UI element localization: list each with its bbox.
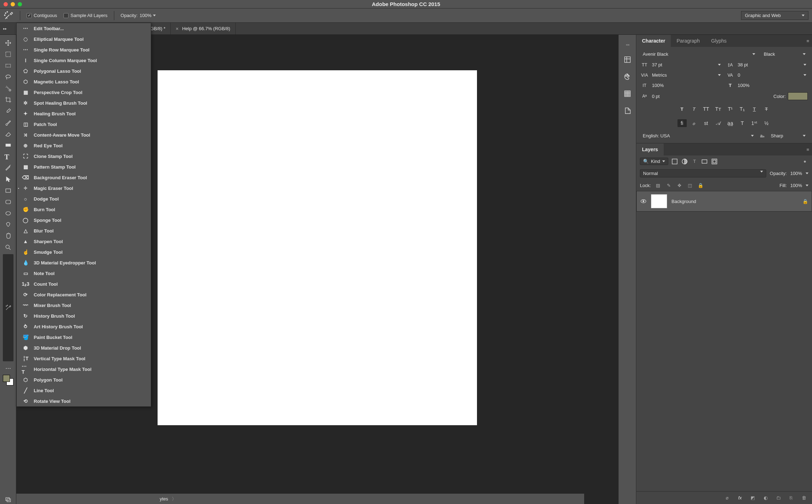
flyout-item-horizontal-type-mask-tool[interactable]: ⋯THorizontal Type Mask Tool	[17, 364, 151, 374]
strikethrough-button[interactable]: T	[762, 105, 771, 113]
eyedropper-tool[interactable]	[3, 106, 13, 116]
stylistic-alt-button[interactable]: a͢a	[726, 119, 735, 127]
layer-thumbnail[interactable]	[651, 194, 667, 208]
color-panel-icon[interactable]	[623, 72, 632, 81]
pen-tool[interactable]	[3, 163, 13, 172]
properties-panel-icon[interactable]	[623, 106, 632, 115]
workspace-switcher[interactable]: Graphic and Web	[741, 11, 808, 20]
flyout-item-blur-tool[interactable]: △Blur Tool	[17, 225, 151, 236]
layer-visibility-icon[interactable]	[640, 198, 647, 204]
leading-input[interactable]: 38 pt	[736, 61, 808, 68]
flyout-item-patch-tool[interactable]: ◫Patch Tool	[17, 119, 151, 130]
rectangular-marquee-tool[interactable]	[3, 50, 13, 59]
vscale-input[interactable]: 100%	[651, 82, 722, 89]
lock-artboard-icon[interactable]: ◫	[686, 182, 693, 189]
italic-button[interactable]: T	[690, 105, 699, 113]
sample-all-layers-checkbox[interactable]: Sample All Layers	[64, 13, 108, 18]
status-flyout-icon[interactable]: 〉	[172, 496, 176, 502]
tab-paragraph[interactable]: Paragraph	[671, 35, 705, 47]
document-canvas[interactable]	[158, 70, 477, 425]
smallcaps-button[interactable]: Tᴛ	[714, 105, 723, 113]
minimize-window-button[interactable]	[11, 2, 15, 6]
flyout-item-spot-healing-brush-tool[interactable]: ✲Spot Healing Brush Tool	[17, 98, 151, 108]
type-tool[interactable]: T	[3, 152, 13, 161]
flyout-item-smudge-tool[interactable]: ☝Smudge Tool	[17, 247, 151, 257]
text-color-swatch[interactable]	[788, 92, 808, 100]
bold-button[interactable]: T	[677, 105, 687, 113]
superscript-button[interactable]: T¹	[726, 105, 735, 113]
color-picker[interactable]	[3, 375, 13, 385]
font-family-dropdown[interactable]: Avenir Black	[641, 50, 757, 58]
layer-locked-icon[interactable]: 🔒	[802, 199, 808, 204]
flyout-item-note-tool[interactable]: ▭Note Tool	[17, 268, 151, 279]
font-weight-dropdown[interactable]: Black	[762, 50, 808, 58]
flyout-item-paint-bucket-tool[interactable]: 🪣Paint Bucket Tool	[17, 332, 151, 343]
flyout-item-art-history-brush-tool[interactable]: ⥁Art History Brush Tool	[17, 321, 151, 332]
titling-button[interactable]: T	[738, 119, 747, 127]
hscale-input[interactable]: 100%	[736, 82, 808, 89]
flyout-item-magnetic-lasso-tool[interactable]: ⬡Magnetic Lasso Tool	[17, 76, 151, 87]
flyout-item-polygon-tool[interactable]: ⬡Polygon Tool	[17, 374, 151, 385]
brush-tool[interactable]	[3, 118, 13, 127]
path-selection-tool[interactable]	[3, 175, 13, 184]
close-window-button[interactable]	[4, 2, 8, 6]
delete-layer-icon[interactable]: 🗑	[801, 495, 807, 501]
lock-position-icon[interactable]: ✥	[676, 182, 683, 189]
close-tab-icon[interactable]: ×	[176, 26, 179, 32]
expand-tabs-icon[interactable]: ▸▸	[0, 23, 10, 35]
opacity-dropdown[interactable]: 100%	[140, 13, 156, 18]
alternates-button[interactable]: 𝑜	[690, 119, 699, 127]
tracking-input[interactable]: 0	[736, 72, 808, 78]
font-size-input[interactable]: 37 pt	[651, 61, 722, 68]
flyout-item-single-row-marquee-tool[interactable]: ⋯Single Row Marquee Tool	[17, 44, 151, 55]
filter-type-icon[interactable]: T	[691, 158, 698, 165]
adjustment-layer-icon[interactable]: ◐	[762, 495, 769, 501]
lock-all-icon[interactable]: 🔒	[697, 182, 704, 189]
layer-fx-icon[interactable]: fx	[737, 495, 743, 501]
subscript-button[interactable]: T₁	[738, 105, 747, 113]
layer-name[interactable]: Background	[671, 199, 696, 204]
fractions-button[interactable]: ½	[762, 119, 771, 127]
filter-smartobject-icon[interactable]	[711, 158, 718, 165]
hand-tool[interactable]	[3, 231, 13, 241]
layers-panel-menu-icon[interactable]: ≡	[803, 147, 812, 152]
crop-tool[interactable]	[3, 95, 13, 104]
rectangular-marquee-tool-2[interactable]	[3, 61, 13, 70]
link-layers-icon[interactable]: ⌀	[724, 495, 730, 501]
eraser-tool[interactable]	[3, 129, 13, 138]
flyout-item-sharpen-tool[interactable]: ▲Sharpen Tool	[17, 236, 151, 247]
lock-image-icon[interactable]: ✎	[665, 182, 672, 189]
flyout-item-burn-tool[interactable]: ✊Burn Tool	[17, 204, 151, 215]
tab-layers[interactable]: Layers	[636, 143, 664, 155]
filter-toggle[interactable]: ●	[801, 158, 808, 165]
tab-character[interactable]: Character	[636, 35, 671, 47]
foreground-color-swatch[interactable]	[3, 375, 10, 382]
move-tool[interactable]	[3, 38, 13, 48]
flyout-item-count-tool[interactable]: 1₂3Count Tool	[17, 279, 151, 289]
dock-collapse-icon[interactable]: ◂◂	[619, 42, 636, 47]
layer-row-background[interactable]: Background 🔒	[636, 191, 812, 212]
flyout-item-mixer-brush-tool[interactable]: 〰Mixer Brush Tool	[17, 300, 151, 311]
custom-shape-tool[interactable]	[3, 220, 13, 229]
blend-mode-dropdown[interactable]: Normal	[640, 169, 766, 177]
rectangle-tool[interactable]	[3, 186, 13, 195]
screen-mode-button[interactable]	[3, 495, 13, 504]
flyout-item-background-eraser-tool[interactable]: ⌫Background Eraser Tool	[17, 172, 151, 183]
tab-glyphs[interactable]: Glyphs	[706, 35, 733, 47]
baseline-input[interactable]: 0 pt	[651, 93, 722, 100]
layer-opacity-value[interactable]: 100%	[790, 171, 802, 176]
flyout-item-line-tool[interactable]: ╱Line Tool	[17, 385, 151, 396]
flyout-item-perspective-crop-tool[interactable]: ▦Perspective Crop Tool	[17, 87, 151, 98]
lock-transparency-icon[interactable]: ▨	[654, 182, 662, 189]
lasso-tool[interactable]	[3, 72, 13, 82]
flyout-item-healing-brush-tool[interactable]: ✦Healing Brush Tool	[17, 108, 151, 119]
layer-mask-icon[interactable]: ◩	[750, 495, 756, 501]
swatches-panel-icon[interactable]	[623, 89, 632, 98]
layer-group-icon[interactable]: 🗀	[775, 495, 781, 501]
flyout-item-elliptical-marquee-tool[interactable]: ◌Elliptical Marquee Tool	[17, 34, 151, 44]
document-tab-2[interactable]: × Help @ 66.7% (RGB/8)	[171, 23, 236, 34]
zoom-tool[interactable]	[3, 243, 13, 252]
flyout-item-edit-toolbar[interactable]: ⋯Edit Toolbar...	[17, 23, 151, 34]
language-dropdown[interactable]: English: USA	[641, 132, 756, 139]
flyout-item-color-replacement-tool[interactable]: ⟳Color Replacement Tool	[17, 289, 151, 300]
